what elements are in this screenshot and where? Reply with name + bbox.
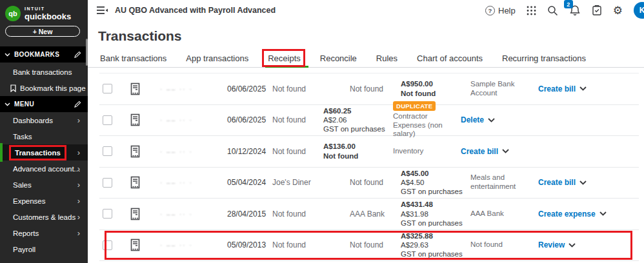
category-cell: Meals and entertainment bbox=[470, 173, 538, 191]
amount-cell: A$136.00 Not found bbox=[323, 142, 393, 161]
app-window: qb INTUIT quickbooks + New BOOKMARKS Ban… bbox=[0, 0, 644, 263]
sidebar-item-reports[interactable]: Reports › bbox=[0, 225, 88, 241]
sidebar-item-label: Advanced account... bbox=[13, 165, 80, 173]
tab-bank-transactions[interactable]: Bank transactions bbox=[100, 50, 166, 67]
sidebar-item-dashboards[interactable]: Dashboards › bbox=[0, 112, 88, 128]
action-link[interactable]: Delete bbox=[461, 115, 484, 124]
sidebar-item-label: Bookmark this page bbox=[20, 84, 86, 92]
action-link[interactable]: Create bill bbox=[538, 178, 576, 187]
menu-header-label: MENU bbox=[14, 101, 74, 108]
tasks-clipboard-icon[interactable] bbox=[592, 5, 602, 16]
action-link[interactable]: Create bill bbox=[538, 84, 576, 93]
chevron-right-icon: › bbox=[77, 148, 80, 157]
search-icon[interactable] bbox=[547, 5, 558, 16]
row-checkbox[interactable] bbox=[103, 84, 112, 93]
chevron-right-icon: › bbox=[77, 180, 80, 189]
transaction-date: 06/06/2025 bbox=[227, 84, 272, 93]
bank-cell: Not found bbox=[272, 115, 323, 124]
new-button[interactable]: + New bbox=[5, 26, 80, 37]
transaction-date: 05/09/2013 bbox=[227, 240, 272, 249]
sidebar-item-sales[interactable]: Sales › bbox=[0, 177, 88, 193]
receipts-table: · –– ·· · 06/06/2025 Not found Not found… bbox=[88, 68, 644, 263]
transaction-date: 05/04/2024 bbox=[227, 178, 272, 187]
tab-label: Receipts bbox=[268, 54, 301, 63]
amount-total: A$950.00 bbox=[401, 79, 470, 88]
amount-total: A$136.00 bbox=[323, 142, 393, 151]
sidebar-item-tasks[interactable]: Tasks › bbox=[0, 128, 88, 144]
action-link[interactable]: Review bbox=[538, 240, 565, 249]
chevron-right-icon: › bbox=[77, 116, 80, 124]
edit-menu-icon[interactable] bbox=[74, 101, 81, 108]
user-avatar[interactable]: K bbox=[634, 2, 644, 19]
tab-rules[interactable]: Rules bbox=[376, 50, 397, 67]
receipt-icon bbox=[130, 176, 157, 189]
amount-cell: A$60.25 A$2.06 GST on purchases bbox=[323, 106, 393, 134]
row-checkbox[interactable] bbox=[103, 178, 112, 188]
sidebar-item-advanced-account-[interactable]: Advanced account... › bbox=[0, 161, 88, 177]
action-link[interactable]: Create expense bbox=[538, 209, 596, 219]
help-button[interactable]: ? Help bbox=[485, 6, 516, 15]
category-label: Meals and entertainment bbox=[470, 173, 534, 191]
table-row: · –– ·· · 05/09/2013 Not found Not found… bbox=[99, 230, 639, 262]
row-checkbox[interactable] bbox=[103, 240, 112, 250]
chevron-right-icon: › bbox=[77, 197, 80, 205]
sidebar-item-expenses[interactable]: Expenses › bbox=[0, 193, 88, 209]
sidebar-item-label: Customers & leads bbox=[13, 213, 75, 221]
action-link[interactable]: Create bill bbox=[461, 147, 498, 156]
row-checkbox[interactable] bbox=[103, 115, 112, 125]
bank-cell: Not found bbox=[350, 178, 401, 187]
help-icon: ? bbox=[485, 6, 495, 15]
transaction-date: 06/06/2025 bbox=[227, 115, 272, 124]
tab-recurring-transactions[interactable]: Recurring transactions bbox=[502, 50, 586, 67]
edit-bookmarks-icon[interactable] bbox=[74, 51, 81, 58]
sidebar-item-label: Expenses bbox=[13, 197, 46, 205]
category-cell: DUPLICATE Contractor Expenses (non salar… bbox=[393, 101, 461, 139]
sidebar-item-label: Transactions bbox=[9, 145, 66, 161]
chevron-right-icon: › bbox=[77, 164, 80, 173]
tab-chart-of-accounts[interactable]: Chart of accounts bbox=[417, 50, 483, 67]
sidebar-item-bank-transactions[interactable]: Bank transactions bbox=[0, 64, 88, 80]
apps-grid-icon[interactable] bbox=[527, 6, 536, 15]
document-name-cell: · –– ·· · bbox=[157, 115, 227, 124]
category-label: Inventory bbox=[393, 147, 457, 156]
amount-line2: Not found bbox=[323, 151, 393, 161]
row-action[interactable]: Delete bbox=[461, 115, 639, 124]
bank-cell: AAA Bank bbox=[350, 209, 401, 219]
bookmarks-section-header[interactable]: BOOKMARKS bbox=[0, 46, 88, 63]
tab-receipts[interactable]: Receipts bbox=[268, 50, 301, 67]
row-action[interactable]: Create bill bbox=[461, 147, 639, 156]
redacted-text: · –– ·· · bbox=[160, 242, 193, 249]
collapse-sidebar-icon[interactable] bbox=[97, 6, 108, 15]
sidebar-item-transactions[interactable]: Transactions › bbox=[0, 144, 88, 161]
tab-label: Bank transactions bbox=[100, 54, 166, 63]
chevron-down-icon bbox=[579, 86, 587, 91]
table-row: · –– ·· · 05/04/2024 Joe's Diner Not fou… bbox=[99, 168, 639, 199]
sidebar-item-bookmark-this-page[interactable]: Bookmark this page bbox=[0, 80, 88, 96]
row-action[interactable]: Create bill bbox=[538, 178, 639, 187]
receipt-icon bbox=[130, 83, 157, 95]
row-checkbox[interactable] bbox=[103, 146, 112, 156]
tab-label: Reconcile bbox=[320, 54, 357, 63]
menu-section-header[interactable]: MENU bbox=[0, 96, 88, 112]
sidebar-item-payroll[interactable]: Payroll › bbox=[0, 241, 88, 257]
row-action[interactable]: Create bill bbox=[538, 84, 639, 93]
chevron-down-icon bbox=[488, 118, 495, 122]
row-action[interactable]: Create expense bbox=[538, 209, 639, 219]
chevron-down-icon bbox=[599, 211, 607, 216]
quickbooks-logo: qb INTUIT quickbooks bbox=[0, 0, 88, 21]
settings-gear-icon[interactable]: ⚙ bbox=[613, 5, 623, 16]
sidebar: qb INTUIT quickbooks + New BOOKMARKS Ban… bbox=[0, 0, 88, 263]
tab-app-transactions[interactable]: App transactions bbox=[186, 50, 248, 67]
document-name-cell: · –– ·· · bbox=[157, 147, 227, 156]
document-name-cell: · –– ·· · bbox=[157, 178, 227, 187]
amount-line2: Not found bbox=[401, 89, 470, 98]
row-checkbox[interactable] bbox=[103, 209, 112, 219]
chevron-right-icon: › bbox=[77, 229, 80, 237]
sidebar-item-customers-leads[interactable]: Customers & leads › bbox=[0, 209, 88, 225]
tab-reconcile[interactable]: Reconcile bbox=[320, 50, 357, 67]
redacted-text: · –– ·· · bbox=[160, 148, 193, 155]
row-action[interactable]: Review bbox=[538, 240, 639, 249]
tab-bar: Bank transactions App transactions Recei… bbox=[88, 50, 644, 68]
amount-total: A$431.48 bbox=[401, 200, 470, 209]
notifications-bell-icon[interactable]: 2 bbox=[569, 5, 581, 16]
